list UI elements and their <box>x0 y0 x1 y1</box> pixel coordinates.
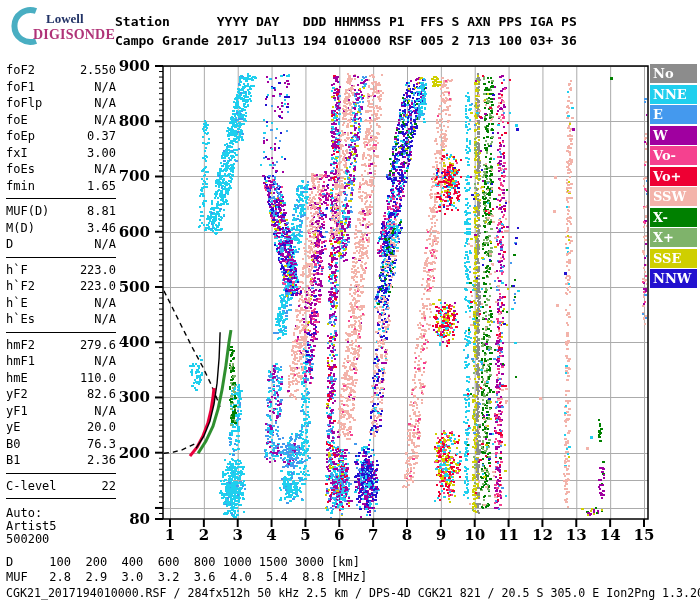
echo-status-legend: No ValNNEEWVo-Vo+SSWX-X+SSENNW <box>650 64 697 288</box>
param-value: 3.46 <box>87 220 116 237</box>
x-axis-label-12: 12 <box>529 526 555 544</box>
param-row-mufd: MUF(D)8.81 <box>6 203 116 220</box>
muf-distance-row: D 100 200 400 600 800 1000 1500 3000 [km… <box>6 555 360 569</box>
param-row-b1: B12.36 <box>6 452 116 469</box>
measurement-header: Station YYYY DAY DDD HHMMSS P1 FFS S AXN… <box>115 12 577 50</box>
param-label: foEs <box>6 161 35 178</box>
param-label: yF2 <box>6 386 28 403</box>
legend-item-nne: NNE <box>650 85 697 104</box>
param-value: 223.0 <box>80 278 116 295</box>
param-value: N/A <box>94 95 116 112</box>
x-axis-label-13: 13 <box>563 526 589 544</box>
param-value: N/A <box>94 236 116 253</box>
x-axis-label-8: 8 <box>394 526 420 544</box>
param-value: 2.550 <box>80 62 116 79</box>
legend-item-vo+: Vo+ <box>650 167 697 186</box>
param-label: yE <box>6 419 20 436</box>
param-row-foes: foEsN/A <box>6 161 116 178</box>
param-row-b0: B076.3 <box>6 436 116 453</box>
param-label: h`Es <box>6 311 35 328</box>
muf-frequency-row: MUF 2.8 2.9 3.0 3.2 3.6 4.0 5.4 8.8 [MHz… <box>6 570 367 584</box>
param-label: D <box>6 236 13 253</box>
param-label: foEp <box>6 128 35 145</box>
logo-text-lowell: Lowell <box>46 11 84 27</box>
param-value: N/A <box>94 403 116 420</box>
param-label: foF1 <box>6 79 35 96</box>
param-row-hes: h`EsN/A <box>6 311 116 328</box>
y-axis-label-200: 200 <box>116 446 150 460</box>
lowell-digisonde-logo: Lowell DIGISONDE <box>6 4 116 46</box>
param-row-he: h`EN/A <box>6 295 116 312</box>
param-row-hf: h`F223.0 <box>6 262 116 279</box>
param-value: 3.00 <box>87 145 116 162</box>
param-value: 76.3 <box>87 436 116 453</box>
y-axis-label-300: 300 <box>116 390 150 404</box>
param-value: N/A <box>94 79 116 96</box>
param-value: 82.6 <box>87 386 116 403</box>
file-info-row: CGK21_2017194010000.RSF / 284fx512h 50 k… <box>6 586 700 600</box>
x-axis-label-11: 11 <box>496 526 522 544</box>
scaled-parameters-panel: foF22.550foF1N/AfoFlpN/AfoEN/AfoEp0.37fx… <box>6 62 116 546</box>
param-row-fof2: foF22.550 <box>6 62 116 79</box>
param-row-foe: foEN/A <box>6 112 116 129</box>
y-axis-label-800: 800 <box>116 114 150 128</box>
param-value: 1.65 <box>87 178 116 195</box>
param-row-foep: foEp0.37 <box>6 128 116 145</box>
param-label: foF2 <box>6 62 35 79</box>
param-separator <box>6 257 116 258</box>
param-row-fof1: foF1N/A <box>6 79 116 96</box>
x-axis-label-1: 1 <box>157 526 183 544</box>
x-axis-label-7: 7 <box>360 526 386 544</box>
param-label: C-level <box>6 478 57 495</box>
x-axis-label-2: 2 <box>191 526 217 544</box>
param-value: 22 <box>102 478 116 495</box>
x-axis-label-3: 3 <box>225 526 251 544</box>
param-value: N/A <box>94 311 116 328</box>
legend-item-vo-: Vo- <box>650 146 697 165</box>
param-separator <box>6 198 116 199</box>
y-axis-label-400: 400 <box>116 335 150 349</box>
param-value: 0.37 <box>87 128 116 145</box>
param-separator <box>6 332 116 333</box>
x-axis-label-6: 6 <box>326 526 352 544</box>
param-label: hmF1 <box>6 353 35 370</box>
param-row-hme: hmE110.0 <box>6 370 116 387</box>
param-value: N/A <box>94 161 116 178</box>
autoscaling-info: Auto:Artist5500200 <box>6 507 116 546</box>
param-separator <box>6 473 116 474</box>
param-label: hmE <box>6 370 28 387</box>
header-line-2: Campo Grande 2017 Jul13 194 010000 RSF 0… <box>115 33 577 48</box>
param-label: h`F2 <box>6 278 35 295</box>
legend-item-e: E <box>650 105 697 124</box>
param-label: MUF(D) <box>6 203 49 220</box>
autoscaling-line: 500200 <box>6 533 116 546</box>
param-label: hmF2 <box>6 337 35 354</box>
param-label: h`E <box>6 295 28 312</box>
x-axis-label-9: 9 <box>428 526 454 544</box>
y-axis-label-900: 900 <box>116 59 150 73</box>
param-value: N/A <box>94 353 116 370</box>
x-axis-label-15: 15 <box>631 526 657 544</box>
param-label: M(D) <box>6 220 35 237</box>
y-axis-label-80: 80 <box>116 512 150 526</box>
y-axis-label-700: 700 <box>116 169 150 183</box>
header-line-1: Station YYYY DAY DDD HHMMSS P1 FFS S AXN… <box>115 14 577 29</box>
param-label: B1 <box>6 452 20 469</box>
param-value: 279.6 <box>80 337 116 354</box>
x-axis-label-14: 14 <box>597 526 623 544</box>
param-label: h`F <box>6 262 28 279</box>
param-row-hmf2: hmF2279.6 <box>6 337 116 354</box>
param-value: 110.0 <box>80 370 116 387</box>
param-row-fxi: fxI3.00 <box>6 145 116 162</box>
param-value: N/A <box>94 112 116 129</box>
param-label: B0 <box>6 436 20 453</box>
param-row-d: DN/A <box>6 236 116 253</box>
param-row-hf2: h`F2223.0 <box>6 278 116 295</box>
legend-item-sse: SSE <box>650 249 697 268</box>
param-value: N/A <box>94 295 116 312</box>
param-label: foE <box>6 112 28 129</box>
param-label: fxI <box>6 145 28 162</box>
legend-item-x+: X+ <box>650 228 697 247</box>
x-axis-label-5: 5 <box>292 526 318 544</box>
legend-item-x-: X- <box>650 208 697 227</box>
